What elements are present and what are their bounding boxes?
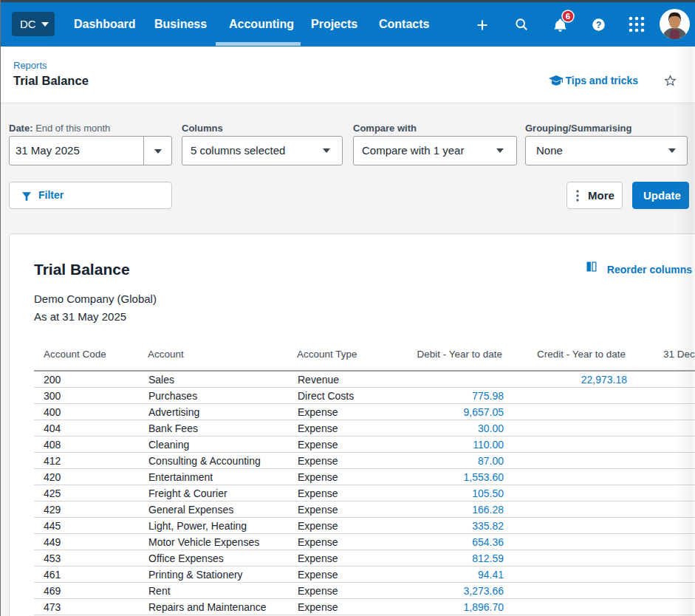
svg-text:6: 6 xyxy=(566,12,570,21)
svg-text:?: ? xyxy=(596,20,602,30)
